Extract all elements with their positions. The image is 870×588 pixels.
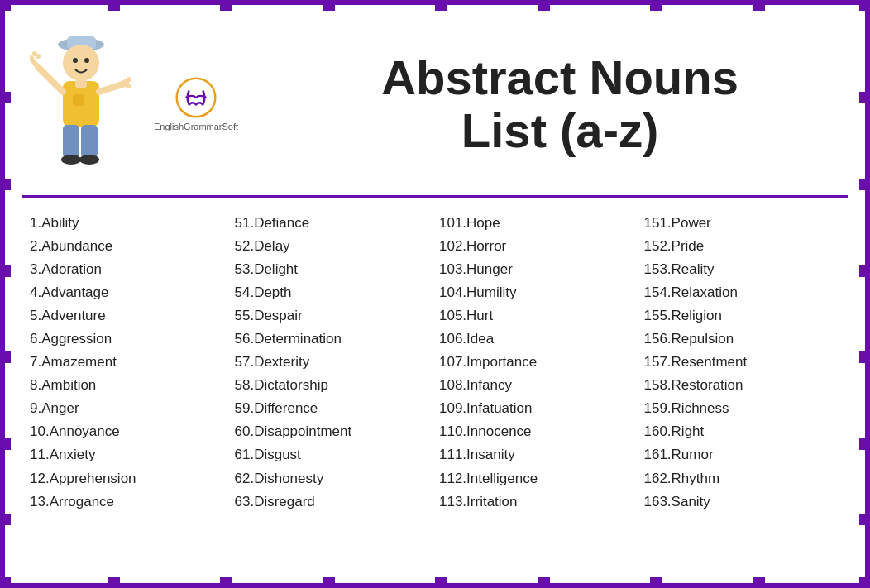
brand-logo-icon bbox=[175, 77, 217, 118]
list-item: 4.Advantage bbox=[30, 281, 227, 304]
list-item: 54.Depth bbox=[235, 281, 432, 304]
list-item: 59.Difference bbox=[235, 397, 432, 420]
main-card: EnglishGrammarSoft Abstract Nouns List (… bbox=[0, 0, 870, 588]
svg-point-20 bbox=[36, 54, 41, 59]
list-item: 8.Ambition bbox=[30, 374, 227, 397]
title-area: Abstract Nouns List (a-z) bbox=[271, 51, 848, 157]
svg-point-17 bbox=[126, 84, 131, 88]
list-item: 156.Repulsion bbox=[644, 327, 841, 351]
list-item: 13.Arrogance bbox=[30, 490, 227, 514]
list-item: 104.Humility bbox=[439, 281, 636, 304]
list-item: 56.Determination bbox=[235, 327, 432, 351]
svg-rect-6 bbox=[75, 79, 87, 88]
nouns-grid: 1.Ability 2.Abundance 3.Adoration 4.Adva… bbox=[22, 212, 848, 514]
list-item: 11.Anxiety bbox=[30, 443, 227, 466]
svg-point-14 bbox=[79, 155, 99, 165]
list-item: 105.Hurt bbox=[439, 304, 636, 327]
list-item: 52.Delay bbox=[235, 235, 432, 258]
page-title: Abstract Nouns List (a-z) bbox=[271, 51, 848, 157]
brand-name-label: EnglishGrammarSoft bbox=[154, 122, 238, 131]
list-item: 10.Annoyance bbox=[30, 420, 227, 443]
column-3: 101.Hope 102.Horror 103.Hunger 104.Humil… bbox=[439, 212, 636, 514]
list-item: 163.Sanity bbox=[644, 490, 841, 514]
list-item: 113.Irritation bbox=[439, 490, 636, 514]
list-item: 162.Rhythm bbox=[644, 467, 841, 490]
list-item: 53.Delight bbox=[235, 258, 432, 281]
list-item: 62.Dishonesty bbox=[235, 467, 432, 490]
svg-point-2 bbox=[63, 45, 99, 81]
list-item: 161.Rumor bbox=[644, 443, 841, 466]
brand-section: EnglishGrammarSoft bbox=[154, 77, 238, 131]
list-item: 111.Insanity bbox=[439, 443, 636, 466]
list-item: 101.Hope bbox=[439, 212, 636, 235]
list-item: 110.Innocence bbox=[439, 420, 636, 443]
svg-rect-11 bbox=[63, 125, 79, 158]
column-4: 151.Power 152.Pride 153.Reality 154.Rela… bbox=[644, 212, 841, 514]
column-2: 51.Defiance 52.Delay 53.Delight 54.Depth… bbox=[235, 212, 432, 514]
section-divider bbox=[22, 195, 848, 198]
header: EnglishGrammarSoft Abstract Nouns List (… bbox=[22, 22, 848, 187]
list-item: 1.Ability bbox=[30, 212, 227, 235]
list-item: 157.Resentment bbox=[644, 351, 841, 374]
svg-point-3 bbox=[73, 58, 78, 63]
list-item: 102.Horror bbox=[439, 235, 636, 258]
list-item: 160.Right bbox=[644, 420, 841, 443]
list-item: 6.Aggression bbox=[30, 327, 227, 351]
column-1: 1.Ability 2.Abundance 3.Adoration 4.Adva… bbox=[30, 212, 227, 514]
list-item: 55.Despair bbox=[235, 304, 432, 327]
list-item: 3.Adoration bbox=[30, 258, 227, 281]
svg-rect-7 bbox=[73, 94, 84, 106]
svg-rect-12 bbox=[81, 125, 98, 158]
list-item: 152.Pride bbox=[644, 235, 841, 258]
list-item: 5.Adventure bbox=[30, 304, 227, 327]
svg-point-13 bbox=[61, 155, 81, 165]
list-item: 108.Infancy bbox=[439, 374, 636, 397]
list-item: 103.Hunger bbox=[439, 258, 636, 281]
svg-point-16 bbox=[127, 77, 131, 82]
list-item: 153.Reality bbox=[644, 258, 841, 281]
svg-line-8 bbox=[38, 67, 63, 92]
list-item: 112.Intelligence bbox=[439, 467, 636, 490]
list-item: 107.Importance bbox=[439, 351, 636, 374]
list-item: 7.Amazement bbox=[30, 351, 227, 374]
list-item: 63.Disregard bbox=[235, 490, 432, 514]
list-item: 60.Disappointment bbox=[235, 420, 432, 443]
list-item: 109.Infatuation bbox=[439, 397, 636, 420]
list-item: 51.Defiance bbox=[235, 212, 432, 235]
svg-line-10 bbox=[99, 84, 125, 92]
character-illustration bbox=[30, 22, 137, 187]
list-item: 2.Abundance bbox=[30, 235, 227, 258]
list-item: 106.Idea bbox=[439, 327, 636, 351]
list-item: 61.Disgust bbox=[235, 443, 432, 466]
list-item: 159.Richness bbox=[644, 397, 841, 420]
list-item: 58.Dictatorship bbox=[235, 374, 432, 397]
list-item: 12.Apprehension bbox=[30, 467, 227, 490]
list-item: 151.Power bbox=[644, 212, 841, 235]
list-item: 154.Relaxation bbox=[644, 281, 841, 304]
list-item: 155.Religion bbox=[644, 304, 841, 327]
list-item: 9.Anger bbox=[30, 397, 227, 420]
list-item: 57.Dexterity bbox=[235, 351, 432, 374]
list-item: 158.Restoration bbox=[644, 374, 841, 397]
svg-point-4 bbox=[84, 58, 89, 63]
